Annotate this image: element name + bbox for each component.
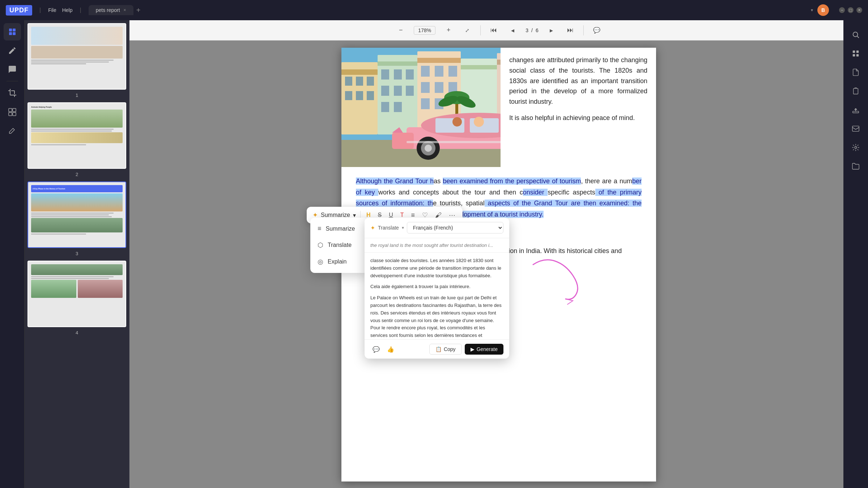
fit-page-button[interactable]: ⤢ <box>461 25 473 36</box>
right-grid-icon[interactable] <box>847 45 864 62</box>
svg-rect-32 <box>421 82 430 93</box>
svg-rect-15 <box>356 91 363 100</box>
document-column: − 178% + ⤢ ⏮ ◂ 3 / 6 ▸ ⏭ 💬 <box>129 20 868 488</box>
sidebar-icon-crop[interactable] <box>4 84 21 102</box>
thumbnail-page-4[interactable] <box>27 261 126 327</box>
sidebar-icon-sign[interactable] <box>4 122 21 139</box>
translation-content: classe sociale des touristes. Les années… <box>365 253 509 339</box>
thumbnail-label-2: 2 <box>27 170 126 179</box>
generate-button[interactable]: ▶ Generate <box>465 344 503 355</box>
tab-close-button[interactable]: × <box>124 8 126 13</box>
maximize-button[interactable]: □ <box>848 7 854 13</box>
thumbnail-group-1: 1 <box>27 23 126 99</box>
svg-rect-24 <box>406 86 414 96</box>
zoom-in-button[interactable]: + <box>443 25 454 36</box>
thumbnail-page-1[interactable] <box>27 23 126 90</box>
toolbar-sep-1 <box>480 25 481 35</box>
right-upload-icon[interactable] <box>847 101 864 119</box>
left-icon-sidebar <box>0 20 25 488</box>
total-pages: 6 <box>536 27 539 33</box>
next-page-button[interactable]: ▸ <box>546 25 557 36</box>
sidebar-icon-comment[interactable] <box>4 61 21 78</box>
svg-rect-20 <box>394 69 402 80</box>
svg-rect-11 <box>345 77 352 86</box>
translation-paragraph2: Cela aide également à trouver la paix in… <box>370 283 503 291</box>
svg-rect-78 <box>853 51 855 53</box>
normal-text-3: works and concepts about the tour and th… <box>378 189 523 196</box>
title-bar: UPDF | File Help | pets report × + ▾ B −… <box>0 0 868 20</box>
language-selector[interactable]: Français (French) Spanish German Chinese… <box>407 222 503 234</box>
translate-menu-label: Translate <box>328 242 352 248</box>
svg-rect-12 <box>356 77 363 86</box>
highlighted-text: Although the Grand Tour h <box>356 177 434 185</box>
thumbnail-page-3[interactable]: A Key Phase in the History of Tourism <box>27 181 126 248</box>
thumbnail-panel: 1 Animals Helping People 2 <box>25 20 129 488</box>
close-button[interactable]: × <box>856 7 862 13</box>
zoom-out-button[interactable]: − <box>395 25 407 36</box>
thumbnail-page-2[interactable]: Animals Helping People <box>27 102 126 169</box>
zoom-value[interactable]: 178% <box>414 26 435 35</box>
comment-button[interactable]: 💬 <box>591 25 603 36</box>
dropdown-chevron-icon[interactable]: ▾ <box>811 8 813 13</box>
svg-rect-29 <box>421 66 430 77</box>
last-page-button[interactable]: ⏭ <box>565 25 576 36</box>
normal-text-4: specific aspects <box>548 189 595 196</box>
explain-menu-label: Explain <box>328 258 346 265</box>
sidebar-icon-edit[interactable] <box>4 42 21 59</box>
svg-rect-83 <box>853 111 859 113</box>
context-menu-summarize[interactable]: ≡ Summarize <box>310 221 368 237</box>
menu-help[interactable]: Help <box>62 7 73 13</box>
svg-rect-33 <box>435 82 443 93</box>
svg-rect-4 <box>9 108 12 112</box>
user-avatar: B <box>817 4 829 16</box>
svg-point-85 <box>855 146 857 149</box>
right-folder-icon[interactable] <box>847 158 864 175</box>
svg-point-74 <box>474 117 484 127</box>
thumbnail-label-1: 1 <box>27 91 126 99</box>
svg-rect-31 <box>448 66 457 77</box>
normal-text-5: e tourists, spatial <box>433 200 484 207</box>
svg-line-77 <box>857 36 859 38</box>
translation-paragraph3: Le Palace on Wheels est un train de luxe… <box>370 294 503 339</box>
prev-page-button[interactable]: ◂ <box>507 25 518 36</box>
thumbs-up-icon-button[interactable]: 👍 <box>385 343 396 355</box>
speech-bubble-icon-button[interactable]: 💬 <box>370 343 382 355</box>
right-clipboard-icon[interactable] <box>847 82 864 100</box>
menu-separator: | <box>80 7 81 13</box>
svg-rect-3 <box>13 32 16 35</box>
translation-paragraph1: classe sociale des touristes. Les années… <box>370 257 503 279</box>
thumbnail-group-2: Animals Helping People 2 <box>27 102 126 179</box>
svg-rect-64 <box>392 133 414 149</box>
sidebar-icon-organize[interactable] <box>4 103 21 120</box>
thumbnail-image-3: A Key Phase in the History of Tourism <box>28 182 125 247</box>
context-menu-translate[interactable]: ⬡ Translate <box>310 237 368 253</box>
svg-rect-25 <box>381 102 389 112</box>
svg-point-75 <box>452 117 462 127</box>
minimize-button[interactable]: − <box>839 7 845 13</box>
menu-file[interactable]: File <box>48 7 56 13</box>
svg-rect-5 <box>13 108 16 112</box>
svg-rect-1 <box>13 29 16 31</box>
svg-rect-28 <box>417 58 461 63</box>
main-layout: 1 Animals Helping People 2 <box>0 20 868 488</box>
svg-rect-21 <box>406 69 414 80</box>
thumbnail-label-3: 3 <box>27 249 126 258</box>
page-navigation: 3 / 6 <box>526 27 538 33</box>
right-document-icon[interactable] <box>847 64 864 81</box>
context-menu: ≡ Summarize ⬡ Translate ◎ Explain <box>310 218 368 273</box>
copy-button[interactable]: 📋 Copy <box>429 344 462 355</box>
svg-rect-26 <box>394 102 402 112</box>
svg-rect-38 <box>461 65 497 69</box>
sidebar-icon-pages[interactable] <box>4 23 21 40</box>
right-email-icon[interactable] <box>847 120 864 137</box>
right-search-icon[interactable] <box>847 26 864 43</box>
generate-arrow-icon: ▶ <box>471 346 475 352</box>
explain-menu-icon: ◎ <box>318 258 323 266</box>
svg-rect-10 <box>341 69 378 75</box>
context-menu-explain[interactable]: ◎ Explain <box>310 253 368 270</box>
first-page-button[interactable]: ⏮ <box>488 25 499 36</box>
tab-pets-report[interactable]: pets report × <box>89 5 133 15</box>
right-settings-icon[interactable] <box>847 139 864 156</box>
svg-rect-13 <box>367 77 374 86</box>
tab-add-button[interactable]: + <box>136 6 141 14</box>
